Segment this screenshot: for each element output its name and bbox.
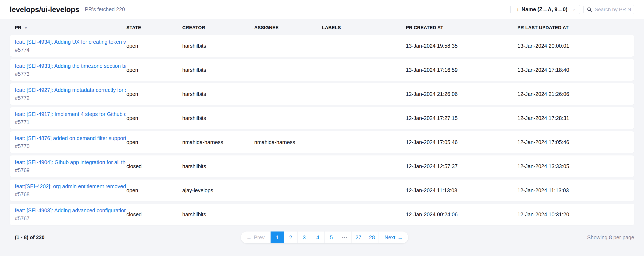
pr-created-at: 13-Jan-2024 17:16:59: [406, 67, 518, 73]
pr-title-link[interactable]: feat:[SEI-4202]: org admin entitlement r…: [15, 183, 126, 189]
pr-state: open: [126, 67, 182, 73]
sort-dropdown[interactable]: ↑↓ Name (Z→A, 9→0) ⌄: [510, 5, 580, 14]
pr-number: #5769: [15, 167, 126, 173]
sort-dropdown-value: Name (Z→A, 9→0): [522, 6, 568, 12]
pr-created-at: 12-Jan-2024 00:24:06: [406, 211, 518, 218]
pr-creator: harshilbits: [182, 115, 254, 121]
column-header-created-at: PR CREATED AT: [406, 25, 518, 30]
pagination-next-button[interactable]: Next →: [378, 232, 408, 243]
pagination-page-27[interactable]: 27: [352, 232, 365, 243]
column-header-assignee: ASSIGNEE: [254, 25, 322, 30]
table-row: feat: [SEI-4927]: Adding metadata correc…: [10, 83, 634, 105]
prs-fetched-count: PR's fetched 220: [85, 6, 125, 12]
pr-title-link[interactable]: feat: [SEI-4904]: Gihub app integration …: [15, 159, 126, 165]
pr-number: #5771: [15, 119, 126, 125]
pr-number: #5773: [15, 71, 126, 77]
table-row: feat: [SEI-4933]: Adding the timezone se…: [10, 59, 634, 81]
pr-title-link[interactable]: feat: [SEI-4933]: Adding the timezone se…: [15, 63, 126, 69]
sort-descending-icon[interactable]: ▼: [24, 26, 28, 30]
column-header-labels: LABELS: [322, 25, 406, 30]
table-footer: (1 - 8) of 220 ← Prev 1 2 3 4 5 ••• 27 2…: [10, 232, 634, 243]
chevron-down-icon: ⌄: [572, 6, 576, 12]
column-header-state: STATE: [126, 25, 182, 30]
pr-creator: ajay-levelops: [182, 187, 254, 193]
table-row: feat:[SEI-4202]: org admin entitlement r…: [10, 180, 634, 201]
table-row: feat: [SEI-4934]: Adding UX for creating…: [10, 35, 634, 57]
pr-creator: harshilbits: [182, 67, 254, 73]
top-bar: levelops/ui-levelops PR's fetched 220 ↑↓…: [0, 0, 644, 19]
pr-updated-at: 13-Jan-2024 20:00:01: [518, 43, 629, 49]
pr-creator: harshilbits: [182, 211, 254, 218]
pr-cell: feat: [SEI-4876] added on demand filter …: [15, 135, 126, 149]
pr-cell: feat: [SEI-4927]: Adding metadata correc…: [15, 87, 126, 101]
pr-number: #5767: [15, 215, 126, 222]
pr-title-link[interactable]: feat: [SEI-4927]: Adding metadata correc…: [15, 87, 126, 93]
table-row: feat: [SEI-4904]: Gihub app integration …: [10, 155, 634, 177]
pr-updated-at: 12-Jan-2024 21:26:06: [518, 91, 629, 97]
pagination-page-1[interactable]: 1: [270, 232, 284, 243]
pr-title-link[interactable]: feat: [SEI-4903]: Adding advanced config…: [15, 207, 126, 214]
table-header-row: PR ▼ STATE CREATOR ASSIGNEE LABELS PR CR…: [10, 19, 634, 35]
pr-title-link[interactable]: feat: [SEI-4934]: Adding UX for creating…: [15, 39, 126, 45]
pr-cell: feat: [SEI-4933]: Adding the timezone se…: [15, 63, 126, 77]
pr-created-at: 12-Jan-2024 17:05:46: [406, 139, 518, 145]
pr-updated-at: 12-Jan-2024 13:33:05: [518, 163, 629, 169]
table-row: feat: [SEI-4876] added on demand filter …: [10, 131, 634, 153]
page-title: levelops/ui-levelops: [10, 5, 80, 14]
pr-creator: harshilbits: [182, 43, 254, 49]
table-row: feat: [SEI-4917]: Implement 4 steps for …: [10, 107, 634, 129]
pr-assignee: nmahida-harness: [254, 139, 322, 145]
pr-updated-at: 12-Jan-2024 17:28:31: [518, 115, 629, 121]
pagination-page-4[interactable]: 4: [311, 232, 324, 243]
pr-table: PR ▼ STATE CREATOR ASSIGNEE LABELS PR CR…: [0, 19, 644, 243]
pagination-page-28[interactable]: 28: [365, 232, 378, 243]
pr-created-at: 12-Jan-2024 11:13:03: [406, 187, 518, 193]
column-header-updated-at: PR LAST UPDATED AT: [518, 25, 629, 30]
per-page-text: Showing 8 per page: [408, 235, 634, 241]
result-range-text: (1 - 8) of 220: [15, 235, 241, 240]
column-header-creator: CREATOR: [182, 25, 254, 30]
search-input[interactable]: [595, 6, 631, 12]
pr-title-link[interactable]: feat: [SEI-4917]: Implement 4 steps for …: [15, 111, 126, 117]
pagination-page-2[interactable]: 2: [284, 232, 297, 243]
pagination-page-3[interactable]: 3: [297, 232, 311, 243]
pagination-page-5[interactable]: 5: [324, 232, 338, 243]
pr-state: open: [126, 139, 182, 145]
pr-cell: feat:[SEI-4202]: org admin entitlement r…: [15, 183, 126, 198]
pr-cell: feat: [SEI-4903]: Adding advanced config…: [15, 207, 126, 222]
pagination-ellipsis[interactable]: •••: [338, 232, 352, 243]
pr-cell: feat: [SEI-4904]: Gihub app integration …: [15, 159, 126, 173]
pr-state: open: [126, 43, 182, 49]
pr-creator: nmahida-harness: [182, 139, 254, 145]
arrow-right-icon: →: [397, 235, 403, 241]
pr-title-link[interactable]: feat: [SEI-4876] added on demand filter …: [15, 135, 126, 141]
pr-cell: feat: [SEI-4917]: Implement 4 steps for …: [15, 111, 126, 125]
pr-state: closed: [126, 163, 182, 169]
pr-updated-at: 12-Jan-2024 10:31:20: [518, 211, 629, 218]
pr-state: open: [126, 115, 182, 121]
pr-created-at: 12-Jan-2024 12:57:37: [406, 163, 518, 169]
pr-state: open: [126, 91, 182, 97]
pr-number: #5768: [15, 191, 126, 198]
sort-arrows-icon: ↑↓: [515, 6, 518, 12]
search-box[interactable]: [584, 5, 634, 14]
pr-creator: harshilbits: [182, 91, 254, 97]
pr-created-at: 13-Jan-2024 19:58:35: [406, 43, 518, 49]
pr-number: #5772: [15, 95, 126, 101]
pr-updated-at: 13-Jan-2024 17:18:40: [518, 67, 629, 73]
pr-cell: feat: [SEI-4934]: Adding UX for creating…: [15, 39, 126, 53]
column-header-pr[interactable]: PR ▼: [15, 25, 126, 30]
table-row: feat: [SEI-4903]: Adding advanced config…: [10, 204, 634, 225]
pr-state: open: [126, 187, 182, 193]
topbar-controls: ↑↓ Name (Z→A, 9→0) ⌄: [510, 5, 634, 14]
pr-creator: harshilbits: [182, 163, 254, 169]
arrow-left-icon: ←: [246, 235, 252, 241]
pr-updated-at: 12-Jan-2024 11:13:03: [518, 187, 629, 193]
pr-created-at: 12-Jan-2024 21:26:06: [406, 91, 518, 97]
pr-updated-at: 12-Jan-2024 17:05:46: [518, 139, 629, 145]
pr-number: #5774: [15, 47, 126, 53]
pagination-prev-button[interactable]: ← Prev: [241, 232, 270, 243]
pagination: ← Prev 1 2 3 4 5 ••• 27 28 Next →: [241, 232, 408, 243]
pr-state: closed: [126, 211, 182, 218]
pr-created-at: 12-Jan-2024 17:27:15: [406, 115, 518, 121]
